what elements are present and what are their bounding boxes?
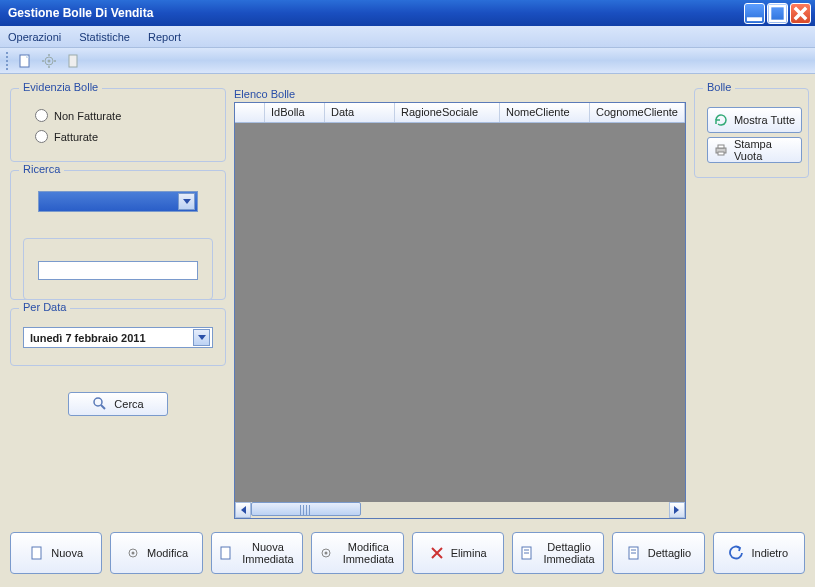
ricerca-text-group (23, 238, 213, 300)
date-dropdown-icon[interactable] (193, 329, 210, 346)
gear-icon[interactable] (40, 52, 58, 70)
evidenzia-bolle-group: Evidenzia Bolle Non Fatturate Fatturate (10, 88, 226, 162)
window-controls (744, 3, 811, 24)
menu-bar: Operazioni Statistiche Report (0, 26, 815, 48)
col-nomecliente[interactable]: NomeCliente (500, 103, 590, 122)
grid-hscroll (235, 502, 685, 518)
ricerca-combo[interactable] (38, 191, 198, 212)
menu-report[interactable]: Report (148, 31, 181, 43)
detail-icon (519, 545, 535, 561)
ricerca-group: Ricerca (10, 170, 226, 300)
per-data-legend: Per Data (19, 301, 70, 313)
col-idbolla[interactable]: IdBolla (265, 103, 325, 122)
delete-icon (429, 545, 445, 561)
toolbar-grip (6, 52, 10, 70)
radio-non-fatturate-label: Non Fatturate (54, 110, 121, 122)
dropdown-icon[interactable] (178, 193, 195, 210)
new-icon (218, 545, 234, 561)
refresh-icon (713, 112, 729, 128)
menu-statistiche[interactable]: Statistiche (79, 31, 130, 43)
new-icon (29, 545, 45, 561)
svg-line-11 (101, 405, 105, 409)
radio-non-fatturate-input[interactable] (35, 109, 48, 122)
svg-point-17 (132, 552, 135, 555)
window-title: Gestione Bolle Di Vendita (8, 6, 153, 20)
scroll-left-button[interactable] (235, 502, 251, 518)
grid-label: Elenco Bolle (234, 88, 686, 100)
bolle-group: Bolle Mostra Tutte Stampa Vuota (694, 88, 809, 178)
col-ragionesociale[interactable]: RagioneSociale (395, 103, 500, 122)
mostra-tutte-button[interactable]: Mostra Tutte (707, 107, 802, 133)
svg-point-20 (325, 552, 328, 555)
svg-rect-13 (718, 145, 724, 148)
cerca-label: Cerca (114, 398, 143, 410)
elimina-button[interactable]: Elimina (412, 532, 504, 574)
mostra-tutte-label: Mostra Tutte (734, 114, 795, 126)
svg-rect-9 (69, 55, 77, 67)
detail-icon (626, 545, 642, 561)
ricerca-text-input[interactable] (38, 261, 198, 280)
col-data[interactable]: Data (325, 103, 395, 122)
indietro-label: Indietro (751, 547, 788, 559)
svg-point-4 (48, 59, 51, 62)
cerca-wrap: Cerca (10, 392, 226, 416)
svg-rect-1 (770, 5, 785, 20)
radio-fatturate-label: Fatturate (54, 131, 98, 143)
svg-rect-18 (221, 547, 230, 559)
bolle-legend: Bolle (703, 81, 735, 93)
scroll-right-button[interactable] (669, 502, 685, 518)
grid-row-selector-header[interactable] (235, 103, 265, 122)
modifica-immediata-label: Modifica Immediata (340, 541, 396, 565)
toolbar (0, 48, 815, 74)
dettaglio-button[interactable]: Dettaglio (612, 532, 704, 574)
svg-rect-14 (718, 152, 724, 155)
radio-fatturate-input[interactable] (35, 130, 48, 143)
date-input[interactable]: lunedì 7 febbraio 2011 (23, 327, 213, 348)
scroll-thumb[interactable] (251, 502, 361, 516)
gear-icon (125, 545, 141, 561)
svg-rect-0 (747, 17, 762, 21)
close-button[interactable] (790, 3, 811, 24)
dettaglio-label: Dettaglio (648, 547, 691, 559)
radio-non-fatturate[interactable]: Non Fatturate (35, 109, 213, 122)
radio-fatturate[interactable]: Fatturate (35, 130, 213, 143)
back-icon (729, 545, 745, 561)
scroll-track[interactable] (251, 502, 669, 518)
maximize-button[interactable] (767, 3, 788, 24)
left-column: Evidenzia Bolle Non Fatturate Fatturate … (10, 88, 226, 519)
new-doc-icon[interactable] (16, 52, 34, 70)
ricerca-legend: Ricerca (19, 163, 64, 175)
date-value: lunedì 7 febbraio 2011 (30, 332, 146, 344)
dettaglio-immediata-label: Dettaglio Immediata (541, 541, 597, 565)
bottom-bar: Nuova Modifica Nuova Immediata Modifica … (0, 529, 815, 587)
grid-header: IdBolla Data RagioneSociale NomeCliente … (235, 103, 685, 123)
col-cognomecliente[interactable]: CognomeCliente (590, 103, 685, 122)
grid: IdBolla Data RagioneSociale NomeCliente … (234, 102, 686, 519)
grid-body[interactable] (235, 123, 685, 502)
indietro-button[interactable]: Indietro (713, 532, 805, 574)
minimize-button[interactable] (744, 3, 765, 24)
nuova-immediata-button[interactable]: Nuova Immediata (211, 532, 303, 574)
modifica-immediata-button[interactable]: Modifica Immediata (311, 532, 403, 574)
main-area: Evidenzia Bolle Non Fatturate Fatturate … (0, 74, 815, 529)
print-icon (713, 142, 729, 158)
right-column: Bolle Mostra Tutte Stampa Vuota (694, 88, 809, 519)
evidenzia-legend: Evidenzia Bolle (19, 81, 102, 93)
svg-rect-15 (32, 547, 41, 559)
cerca-button[interactable]: Cerca (68, 392, 168, 416)
per-data-group: Per Data lunedì 7 febbraio 2011 (10, 308, 226, 366)
search-icon (92, 396, 108, 412)
nuova-immediata-label: Nuova Immediata (240, 541, 296, 565)
doc-icon[interactable] (64, 52, 82, 70)
stampa-vuota-button[interactable]: Stampa Vuota (707, 137, 802, 163)
modifica-button[interactable]: Modifica (110, 532, 202, 574)
svg-point-10 (94, 398, 102, 406)
window-titlebar: Gestione Bolle Di Vendita (0, 0, 815, 26)
nuova-button[interactable]: Nuova (10, 532, 102, 574)
dettaglio-immediata-button[interactable]: Dettaglio Immediata (512, 532, 604, 574)
stampa-vuota-label: Stampa Vuota (734, 138, 796, 162)
gear-icon (318, 545, 334, 561)
center-column: Elenco Bolle IdBolla Data RagioneSociale… (234, 88, 686, 519)
nuova-label: Nuova (51, 547, 83, 559)
menu-operazioni[interactable]: Operazioni (8, 31, 61, 43)
